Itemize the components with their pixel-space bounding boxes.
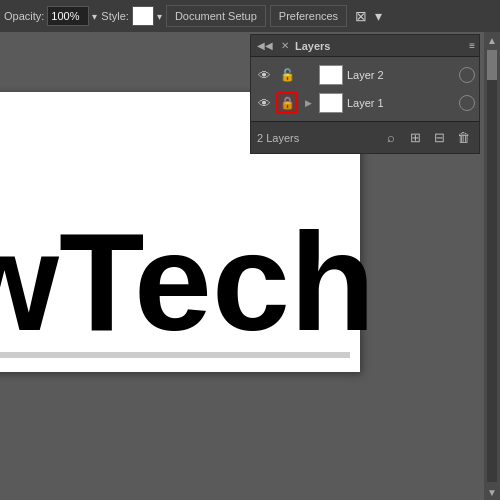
layers-list: 👁 🔓 Layer 2 👁 🔒 ▶ Layer 1 bbox=[251, 57, 479, 121]
layers-panel-titlebar: ◀◀ ✕ Layers ≡ bbox=[251, 35, 479, 57]
layer-visibility-icon[interactable]: 👁 bbox=[255, 66, 273, 84]
layer-row[interactable]: 👁 🔓 Layer 2 bbox=[251, 61, 479, 89]
layer-name: Layer 2 bbox=[347, 69, 455, 81]
panel-close-button[interactable]: ✕ bbox=[279, 40, 291, 51]
layer-lock-icon[interactable]: 🔒 bbox=[277, 93, 297, 113]
scroll-track[interactable] bbox=[487, 50, 497, 482]
layer-expand-arrow[interactable] bbox=[301, 68, 315, 82]
layer-thumbnail bbox=[319, 65, 343, 85]
dropdown-arrow-btn[interactable]: ▾ bbox=[375, 8, 382, 24]
panel-collapse-buttons: ◀◀ ✕ bbox=[255, 40, 291, 51]
layers-new-sublayer-icon[interactable]: ⊞ bbox=[405, 128, 425, 148]
layers-move-icon[interactable]: ⊟ bbox=[429, 128, 449, 148]
canvas-text: wTech bbox=[0, 212, 375, 352]
preferences-button[interactable]: Preferences bbox=[270, 5, 347, 27]
layer-lock-icon[interactable]: 🔓 bbox=[277, 65, 297, 85]
opacity-dropdown-arrow[interactable]: ▾ bbox=[92, 11, 97, 22]
style-group: Style: ▾ bbox=[101, 6, 162, 26]
layers-panel-title: Layers bbox=[291, 40, 469, 52]
document-setup-button[interactable]: Document Setup bbox=[166, 5, 266, 27]
lock-glyph: 🔓 bbox=[280, 68, 295, 82]
layer-row[interactable]: 👁 🔒 ▶ Layer 1 bbox=[251, 89, 479, 117]
lock-highlight-border bbox=[276, 92, 298, 114]
scroll-down-arrow[interactable]: ▼ bbox=[484, 484, 500, 500]
main-toolbar: Opacity: ▾ Style: ▾ Document Setup Prefe… bbox=[0, 0, 500, 32]
layer-color-indicator[interactable] bbox=[459, 67, 475, 83]
style-dropdown-arrow[interactable]: ▾ bbox=[157, 11, 162, 22]
layers-search-icon[interactable]: ⌕ bbox=[381, 128, 401, 148]
scroll-up-arrow[interactable]: ▲ bbox=[484, 32, 500, 48]
right-scrollbar: ▲ ▼ bbox=[484, 32, 500, 500]
layer-thumbnail bbox=[319, 93, 343, 113]
scroll-thumb[interactable] bbox=[487, 50, 497, 80]
canvas-area: wTech ◀◀ ✕ Layers ≡ 👁 🔓 Layer 2 bbox=[0, 32, 500, 500]
style-label: Style: bbox=[101, 10, 129, 22]
layer-name: Layer 1 bbox=[347, 97, 455, 109]
layers-delete-icon[interactable]: 🗑 bbox=[453, 128, 473, 148]
layers-panel-footer: 2 Layers ⌕ ⊞ ⊟ 🗑 bbox=[251, 121, 479, 153]
canvas-line bbox=[0, 352, 350, 358]
layers-panel-menu-button[interactable]: ≡ bbox=[469, 40, 475, 51]
opacity-label: Opacity: bbox=[4, 10, 44, 22]
panel-collapse-button[interactable]: ◀◀ bbox=[255, 40, 275, 51]
snap-toggle-button[interactable]: ⊠ bbox=[351, 6, 371, 26]
layer-color-indicator[interactable] bbox=[459, 95, 475, 111]
layers-count-label: 2 Layers bbox=[257, 132, 377, 144]
layer-expand-arrow[interactable]: ▶ bbox=[301, 96, 315, 110]
opacity-input[interactable] bbox=[47, 6, 89, 26]
layer-visibility-icon[interactable]: 👁 bbox=[255, 94, 273, 112]
layers-panel: ◀◀ ✕ Layers ≡ 👁 🔓 Layer 2 👁 bbox=[250, 34, 480, 154]
style-preview-box[interactable] bbox=[132, 6, 154, 26]
opacity-group: Opacity: ▾ bbox=[4, 6, 97, 26]
